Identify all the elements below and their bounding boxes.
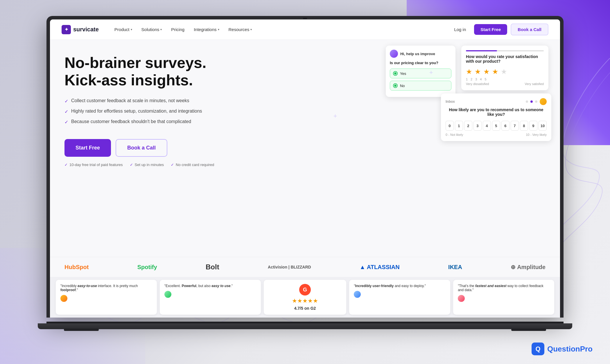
pricing-question: Is our pricing clear to you? bbox=[390, 61, 451, 65]
pricing-option-yes[interactable]: Yes bbox=[390, 69, 451, 78]
nps-3[interactable]: 3 bbox=[473, 121, 482, 131]
nps-header: Inbox bbox=[446, 98, 547, 105]
meta-check-2: ✓ bbox=[130, 163, 133, 167]
star-5[interactable]: ★ bbox=[501, 68, 507, 76]
hero-meta: ✓ 10-day free trial of paid features ✓ S… bbox=[64, 163, 331, 167]
nav-pricing[interactable]: Pricing bbox=[167, 25, 189, 34]
nav-book-call-button[interactable]: Book a Call bbox=[511, 24, 548, 35]
questionpro-label: QuestionPro bbox=[547, 345, 593, 354]
nps-8[interactable]: 8 bbox=[520, 121, 528, 131]
satisfaction-progress-bar bbox=[466, 50, 544, 51]
g2-logo: G bbox=[299, 284, 311, 295]
reviewer-avatar-2 bbox=[164, 291, 171, 298]
logos-section: HubSpot Spotify Bolt Activision | BLIZZA… bbox=[50, 257, 560, 277]
check-icon-1: ✓ bbox=[64, 98, 68, 105]
questionpro-icon: Q bbox=[532, 343, 544, 355]
nav-integrations[interactable]: Integrations ▾ bbox=[190, 25, 223, 34]
radio-no bbox=[393, 83, 398, 88]
laptop-notch bbox=[303, 18, 307, 19]
hero-title: No-brainer surveys. Kick-ass insights. bbox=[64, 54, 331, 89]
nav-resources[interactable]: Resources ▾ bbox=[225, 25, 256, 34]
nav-links: Product ▾ Solutions ▾ Pricing Integratio… bbox=[110, 25, 450, 34]
website-content: ✦ survicate Product ▾ Solutions ▾ bbox=[50, 19, 560, 318]
nps-labels: 0 - Not likely 10 - Very likely bbox=[446, 133, 547, 136]
hero-meta-setup: ✓ Set up in minutes bbox=[130, 163, 164, 167]
hero-title-line2: Kick-ass insights. bbox=[64, 72, 193, 89]
nps-title: Inbox bbox=[446, 100, 455, 104]
nps-1[interactable]: 1 bbox=[455, 121, 463, 131]
logo-amplitude: ⊕ Amplitude bbox=[511, 264, 546, 271]
nav-actions: Log in Start Free Book a Call bbox=[449, 24, 548, 35]
hero-start-free-button[interactable]: Start Free bbox=[64, 139, 111, 157]
survicate-logo-text: survicate bbox=[73, 26, 99, 33]
laptop-foot-left bbox=[64, 329, 99, 331]
laptop-base bbox=[38, 323, 572, 329]
hero-meta-cc: ✓ No credit card required bbox=[171, 163, 214, 167]
check-icon-2: ✓ bbox=[64, 108, 68, 115]
laptop-frame: ✦ survicate Product ▾ Solutions ▾ bbox=[46, 16, 564, 318]
nps-controls bbox=[526, 98, 547, 105]
pricing-widget-header: Hi, help us improve bbox=[390, 50, 451, 58]
reviewer-1 bbox=[60, 295, 152, 302]
login-button[interactable]: Log in bbox=[449, 25, 471, 34]
nps-9[interactable]: 9 bbox=[529, 121, 537, 131]
star-4[interactable]: ★ bbox=[492, 68, 498, 76]
questionpro-badge: Q QuestionPro bbox=[532, 343, 593, 355]
check-icon-3: ✓ bbox=[64, 119, 68, 126]
hero-bullet-3: ✓ Because customer feedback shouldn't be… bbox=[64, 118, 331, 126]
survicate-logo-icon: ✦ bbox=[62, 25, 71, 34]
review-text-1: "Incredibly easy-to-use interface. It is… bbox=[60, 284, 152, 292]
pricing-greeting: Hi, help us improve bbox=[400, 52, 435, 56]
review-card-4: "That's the fastest and easiest way to c… bbox=[453, 280, 554, 315]
nps-question: How likely are you to recommend us to so… bbox=[446, 107, 547, 117]
hero-bullet-2: ✓ Highly rated for effortless setup, cus… bbox=[64, 108, 331, 115]
review-text-4: "That's the fastest and easiest way to c… bbox=[458, 284, 550, 292]
nps-10[interactable]: 10 bbox=[539, 121, 547, 131]
widget-nps: Inbox How likely are you to recommend us… bbox=[441, 93, 551, 141]
logo-ikea: IKEA bbox=[448, 264, 462, 271]
plus-icon-1: + bbox=[333, 112, 337, 120]
review-card-2: "Excellent. Powerful, but also easy to u… bbox=[160, 280, 261, 315]
hero-meta-trial: ✓ 10-day free trial of paid features bbox=[64, 163, 123, 167]
widget-satisfaction: How would you rate your satisfaction wit… bbox=[461, 46, 548, 90]
star-labels: Very dissatisfied Very satisfied bbox=[466, 82, 544, 86]
nps-7[interactable]: 7 bbox=[511, 121, 519, 131]
pricing-widget-avatar bbox=[390, 50, 398, 58]
nps-2[interactable]: 2 bbox=[464, 121, 472, 131]
integrations-chevron-icon: ▾ bbox=[218, 28, 219, 31]
product-chevron-icon: ▾ bbox=[131, 28, 132, 31]
reviews-section: "Incredibly easy-to-use interface. It is… bbox=[50, 277, 560, 318]
hero-book-call-button[interactable]: Book a Call bbox=[116, 139, 167, 157]
meta-check-1: ✓ bbox=[64, 163, 68, 167]
satisfaction-progress-fill bbox=[466, 50, 497, 51]
star-3[interactable]: ★ bbox=[483, 68, 490, 76]
hero-section: No-brainer surveys. Kick-ass insights. ✓… bbox=[50, 40, 560, 257]
logo-spotify: Spotify bbox=[137, 264, 157, 271]
nps-0[interactable]: 0 bbox=[446, 121, 454, 131]
nav-solutions[interactable]: Solutions ▾ bbox=[137, 25, 166, 34]
radio-dot-no bbox=[394, 84, 397, 87]
hero-bullets: ✓ Collect customer feedback at scale in … bbox=[64, 97, 331, 129]
hero-cta: Start Free Book a Call bbox=[64, 139, 331, 157]
laptop-screen: ✦ survicate Product ▾ Solutions ▾ bbox=[50, 19, 560, 318]
hero-right: How would you rate your satisfaction wit… bbox=[331, 40, 560, 257]
nps-6[interactable]: 6 bbox=[501, 121, 509, 131]
nps-5[interactable]: 5 bbox=[492, 121, 500, 131]
nps-4[interactable]: 4 bbox=[483, 121, 491, 131]
review-card-1: "Incredibly easy-to-use interface. It is… bbox=[56, 280, 157, 315]
hero-title-line1: No-brainer surveys. bbox=[64, 54, 206, 71]
review-card-3: "Incredibly user-friendly and easy to de… bbox=[349, 280, 450, 315]
meta-check-3: ✓ bbox=[171, 163, 174, 167]
logo-atlassian: ▲ ATLASSIAN bbox=[360, 264, 400, 271]
solutions-chevron-icon: ▾ bbox=[160, 28, 162, 31]
radio-yes bbox=[393, 71, 398, 76]
hero-bullet-1: ✓ Collect customer feedback at scale in … bbox=[64, 97, 331, 105]
pricing-option-no[interactable]: No bbox=[390, 81, 451, 91]
nps-avatar bbox=[540, 98, 547, 105]
star-2[interactable]: ★ bbox=[475, 68, 481, 76]
reviewer-avatar-3 bbox=[354, 291, 361, 298]
nav-product[interactable]: Product ▾ bbox=[110, 25, 136, 34]
nav-start-free-button[interactable]: Start Free bbox=[474, 24, 507, 35]
reviewer-4 bbox=[458, 295, 550, 302]
star-1[interactable]: ★ bbox=[466, 68, 472, 76]
